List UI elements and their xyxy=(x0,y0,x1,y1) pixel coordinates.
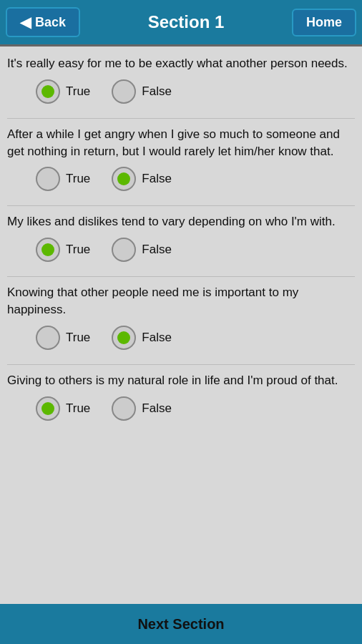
false-label-2: False xyxy=(142,172,172,186)
question-text-5: Giving to others is my natural role in l… xyxy=(7,372,355,389)
option-true-3[interactable]: True xyxy=(36,238,90,262)
question-block-3: My likes and dislikes tend to vary depen… xyxy=(7,213,355,262)
app-header: ◀ Back Section 1 Home xyxy=(0,0,362,44)
option-true-5[interactable]: True xyxy=(36,396,90,421)
radio-inner-true-5 xyxy=(41,402,54,415)
radio-outer-false-5 xyxy=(112,396,136,421)
option-false-3[interactable]: False xyxy=(112,238,172,262)
option-true-1[interactable]: True xyxy=(36,79,90,104)
radio-outer-true-3 xyxy=(36,238,60,262)
false-label-3: False xyxy=(142,243,172,257)
question-block-2: After a while I get angry when I give so… xyxy=(7,126,355,192)
radio-outer-false-4 xyxy=(112,326,136,350)
false-label-5: False xyxy=(142,401,172,416)
radio-inner-true-4 xyxy=(41,331,54,344)
question-text-2: After a while I get angry when I give so… xyxy=(7,126,355,160)
radio-outer-true-1 xyxy=(36,79,60,104)
question-block-5: Giving to others is my natural role in l… xyxy=(7,372,355,421)
home-button[interactable]: Home xyxy=(292,9,356,36)
options-row-1: TrueFalse xyxy=(7,79,355,104)
option-true-2[interactable]: True xyxy=(36,167,90,191)
option-true-4[interactable]: True xyxy=(36,326,90,350)
question-block-1: It's really easy for me to be exactly wh… xyxy=(7,55,355,104)
question-block-4: Knowing that other people need me is imp… xyxy=(7,284,355,350)
question-divider-3 xyxy=(7,276,355,277)
option-false-4[interactable]: False xyxy=(112,326,172,350)
options-row-2: TrueFalse xyxy=(7,167,355,191)
question-text-4: Knowing that other people need me is imp… xyxy=(7,284,355,318)
radio-inner-false-2 xyxy=(117,172,130,185)
true-label-1: True xyxy=(66,84,90,99)
back-arrow-icon: ◀ xyxy=(20,14,31,31)
options-row-3: TrueFalse xyxy=(7,238,355,262)
next-section-label: Next Section xyxy=(137,616,224,633)
back-label: Back xyxy=(35,15,66,30)
options-row-5: TrueFalse xyxy=(7,396,355,421)
radio-outer-true-4 xyxy=(36,326,60,350)
question-text-3: My likes and dislikes tend to vary depen… xyxy=(7,213,355,230)
content-area: It's really easy for me to be exactly wh… xyxy=(0,47,362,604)
true-label-5: True xyxy=(66,401,90,416)
option-false-2[interactable]: False xyxy=(112,167,172,191)
radio-inner-true-1 xyxy=(41,85,54,98)
question-divider-2 xyxy=(7,205,355,206)
radio-inner-false-1 xyxy=(117,85,130,98)
options-row-4: TrueFalse xyxy=(7,326,355,350)
question-text-1: It's really easy for me to be exactly wh… xyxy=(7,55,355,72)
true-label-2: True xyxy=(66,172,90,186)
false-label-1: False xyxy=(142,84,172,99)
option-false-5[interactable]: False xyxy=(112,396,172,421)
radio-inner-false-5 xyxy=(117,402,130,415)
home-label: Home xyxy=(306,15,342,30)
radio-outer-true-2 xyxy=(36,167,60,191)
false-label-4: False xyxy=(142,331,172,345)
option-false-1[interactable]: False xyxy=(112,79,172,104)
page-title: Section 1 xyxy=(80,12,292,32)
radio-outer-true-5 xyxy=(36,396,60,421)
true-label-3: True xyxy=(66,243,90,257)
radio-outer-false-2 xyxy=(112,167,136,191)
radio-inner-false-3 xyxy=(117,243,130,256)
back-button[interactable]: ◀ Back xyxy=(6,7,80,37)
radio-inner-false-4 xyxy=(117,331,130,344)
true-label-4: True xyxy=(66,331,90,345)
next-section-button[interactable]: Next Section xyxy=(0,604,362,644)
radio-outer-false-3 xyxy=(112,238,136,262)
radio-inner-true-2 xyxy=(41,172,54,185)
question-divider-1 xyxy=(7,118,355,119)
radio-inner-true-3 xyxy=(41,243,54,256)
question-divider-4 xyxy=(7,364,355,365)
radio-outer-false-1 xyxy=(112,79,136,104)
